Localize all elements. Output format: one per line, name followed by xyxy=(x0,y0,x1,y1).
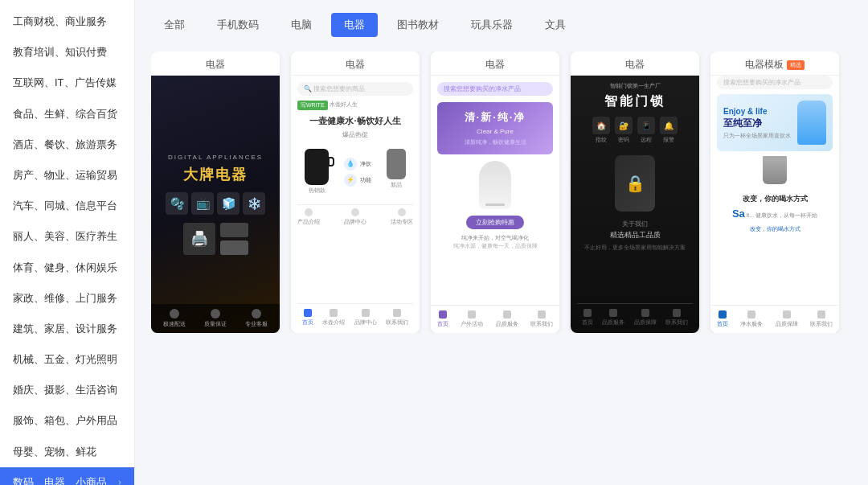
card-5-nav: 首页 净水服务 品质保障 xyxy=(710,305,839,333)
tab-stationery[interactable]: 文具 xyxy=(532,13,579,37)
tab-appliance[interactable]: 电器 xyxy=(331,13,378,37)
card4-nav-quality: 品质保障 xyxy=(634,309,657,327)
sidebar-item-4[interactable]: 酒店、餐饮、旅游票务 xyxy=(0,129,134,160)
sidebar-item-label-6: 汽车、同城、信息平台 xyxy=(13,199,117,213)
water-icon xyxy=(747,310,755,319)
service-icon xyxy=(503,310,511,319)
device-3 xyxy=(220,240,248,255)
card-1[interactable]: 电器 DIGITAL APPLIANCES 大牌电器 🫧 📺 🧊 ❄️ xyxy=(151,51,280,333)
sidebar-item-label-7: 丽人、美容、医疗养生 xyxy=(13,229,117,244)
product-1: 热销款 xyxy=(305,149,329,195)
sidebar-item-14[interactable]: 母婴、宠物、鲜花 xyxy=(0,437,134,467)
card3-nav-service: 品质服务 xyxy=(496,310,518,328)
outdoor-icon xyxy=(468,310,476,319)
card5-nav-home: 首页 xyxy=(717,310,728,328)
card3-nav-home: 首页 xyxy=(437,310,448,328)
card-3-hero: 清·新·纯·净 Clear & Pure 清新纯净，畅饮健康生活 xyxy=(437,102,553,154)
card-4-about-title: 精选精品工品质 xyxy=(577,230,693,240)
feature-2-icon: ⚡ xyxy=(344,174,357,187)
contact-icon xyxy=(673,309,681,317)
card-1-footer: 极速配送 质量保证 专业客服 xyxy=(151,304,280,333)
sidebar-item-1[interactable]: 教育培训、知识付费 xyxy=(0,37,134,68)
sidebar-item-label-4: 酒店、餐饮、旅游票务 xyxy=(13,138,117,152)
sidebar-item-11[interactable]: 机械、五金、灯光照明 xyxy=(0,344,134,375)
icon-password: 🔐 密码 xyxy=(615,117,633,144)
sidebar-item-10[interactable]: 建筑、家居、设计服务 xyxy=(0,314,134,344)
tab-books[interactable]: 图书教材 xyxy=(384,13,452,37)
chevron-right-icon: › xyxy=(118,476,121,485)
hot-badge: 精选 xyxy=(787,60,805,70)
main-content: 全部 手机数码 电脑 电器 图书教材 玩具乐器 文具 xyxy=(135,0,868,485)
card-4-label: 电器 xyxy=(571,51,699,76)
card-3-hero-text: 清新纯净，畅饮健康生活 xyxy=(445,138,545,146)
card-3[interactable]: 电器 搜索您想要购买的净水产品 清·新·纯·净 Clear & Pure 清新纯… xyxy=(431,51,559,333)
card-3-title: 清·新·纯·净 xyxy=(445,110,545,125)
card-4-lock xyxy=(577,155,693,212)
card-3-bg: 搜索您想要购买的净水产品 清·新·纯·净 Clear & Pure 清新纯净，畅… xyxy=(431,76,559,333)
card-2-main-text: 一壶健康水·畅饮好人生 xyxy=(297,115,413,127)
badge-text: 水壶好人生 xyxy=(330,101,358,110)
shield-icon xyxy=(211,309,220,319)
sidebar: 工商财税、商业服务 教育培训、知识付费 互联网、IT、广告传媒 食品、生鲜、综合… xyxy=(0,0,135,485)
sidebar-item-label-12: 婚庆、摄影、生活咨询 xyxy=(13,383,117,397)
feature-1: 💧 净饮 xyxy=(344,158,371,171)
nav-contact: 联系我们 xyxy=(386,309,408,327)
sidebar-item-8[interactable]: 体育、健身、休闲娱乐 xyxy=(0,253,134,283)
card-2-image: 🔍 搜索您想要的商品 写WRITE 水壶好人生 一壶健康水·畅饮好人生 爆品热促 xyxy=(291,76,420,333)
sidebar-item-15[interactable]: 数码、电器、小商品 › xyxy=(0,467,134,485)
card-2[interactable]: 电器 🔍 搜索您想要的商品 写WRITE 水壶好人生 一壶健康水·畅饮好人生 爆… xyxy=(291,51,420,333)
alarm-icon: 🔔 xyxy=(660,117,678,134)
sidebar-item-label-0: 工商财税、商业服务 xyxy=(13,14,107,29)
cup-shape xyxy=(763,156,787,184)
card-2-bottom-row: 产品介绍 品牌中心 活动专区 xyxy=(297,204,413,229)
bottom-item-1: 产品介绍 xyxy=(297,208,320,226)
salt-text: Sa xyxy=(732,208,745,220)
sidebar-item-3[interactable]: 食品、生鲜、综合百货 xyxy=(0,99,134,129)
sidebar-item-2[interactable]: 互联网、IT、广告传媒 xyxy=(0,68,134,98)
footer-item-2: 质量保证 xyxy=(204,309,227,328)
card-5-bottom: 改变，你的喝水方式 xyxy=(710,225,839,233)
tab-computer[interactable]: 电脑 xyxy=(278,13,325,37)
sidebar-item-7[interactable]: 丽人、美容、医疗养生 xyxy=(0,221,134,252)
tab-mobile[interactable]: 手机数码 xyxy=(204,13,272,37)
sidebar-item-13[interactable]: 服饰、箱包、户外用品 xyxy=(0,405,134,436)
sidebar-item-6[interactable]: 汽车、同城、信息平台 xyxy=(0,191,134,221)
product-col: 💧 净饮 ⚡ 功能 xyxy=(344,149,371,195)
card-2-search: 🔍 搜索您想要的商品 xyxy=(297,82,413,96)
nav-water: 水壶介绍 xyxy=(322,309,345,327)
sidebar-item-label-1: 教育培训、知识付费 xyxy=(13,45,107,60)
card-3-button[interactable]: 立刻抢购特惠 xyxy=(466,216,524,229)
contact-icon xyxy=(393,309,401,317)
card-5-label: 电器模板 精选 xyxy=(710,51,839,76)
device-1: 🖨️ xyxy=(183,223,215,255)
tab-toys[interactable]: 玩具乐器 xyxy=(458,13,526,37)
home-icon xyxy=(719,310,727,319)
card-4-top-text: 智能门锁第一生产厂 xyxy=(577,82,693,90)
sidebar-item-9[interactable]: 家政、维修、上门服务 xyxy=(0,283,134,314)
water-icon xyxy=(330,309,338,317)
footer-item-3: 专业客服 xyxy=(245,309,268,328)
card4-nav-service: 品质服务 xyxy=(602,309,624,327)
page-layout: 工商财税、商业服务 教育培训、知识付费 互联网、IT、广告传媒 食品、生鲜、综合… xyxy=(0,0,868,485)
desc-text: lt... 健康饮水，从每一杯开始 xyxy=(747,212,817,218)
b-icon-2 xyxy=(351,208,359,216)
password-icon: 🔐 xyxy=(615,117,633,134)
kettle-1-handle xyxy=(328,157,334,166)
sidebar-item-label-2: 互联网、IT、广告传媒 xyxy=(13,76,117,90)
card-2-products: 热销款 💧 净饮 ⚡ 功能 xyxy=(297,149,413,195)
tab-all[interactable]: 全部 xyxy=(151,13,198,37)
sidebar-item-label-11: 机械、五金、灯光照明 xyxy=(13,352,117,367)
card-5[interactable]: 电器模板 精选 搜索您想要购买的净水产品 Enjoy & life 至纯至净 只… xyxy=(710,51,839,333)
card-5-image: 搜索您想要购买的净水产品 Enjoy & life 至纯至净 只为一杯全场景家用… xyxy=(710,76,839,333)
card-4[interactable]: 电器 智能门锁第一生产厂 智能门锁 🏠 指纹 🔐 xyxy=(571,51,699,333)
sidebar-item-5[interactable]: 房产、物业、运输贸易 xyxy=(0,160,134,191)
quality-icon xyxy=(783,310,791,319)
sidebar-item-0[interactable]: 工商财税、商业服务 xyxy=(0,6,134,37)
card5-nav-quality: 品质保障 xyxy=(776,310,798,328)
sidebar-item-label-9: 家政、维修、上门服务 xyxy=(13,291,117,306)
card-1-devices: 🖨️ xyxy=(183,223,248,255)
sidebar-item-12[interactable]: 婚庆、摄影、生活咨询 xyxy=(0,375,134,405)
nav-brand: 品牌中心 xyxy=(354,309,377,327)
brand-icon xyxy=(362,309,370,317)
b-icon-1 xyxy=(305,208,313,216)
